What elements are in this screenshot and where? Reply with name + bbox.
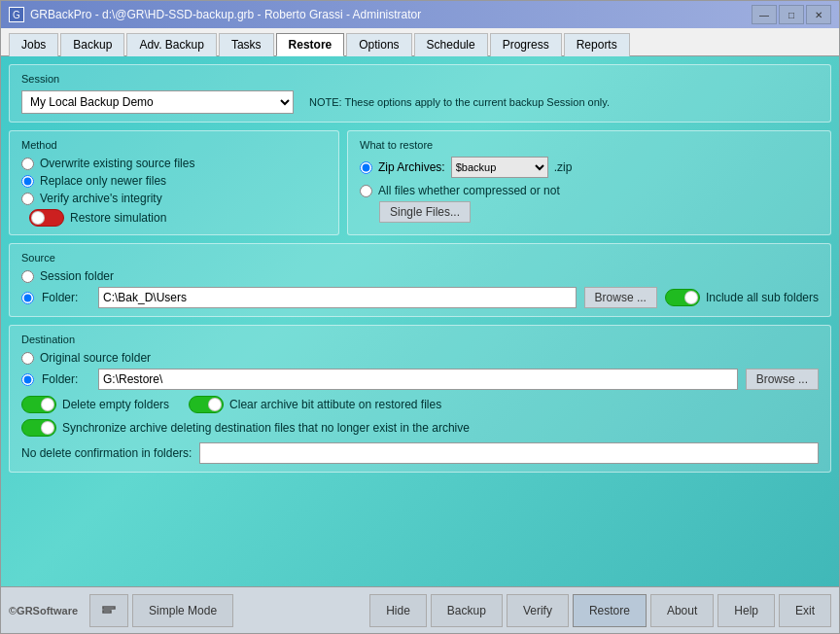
source-folder-input[interactable] — [98, 287, 577, 308]
simple-mode-icon-btn[interactable] — [89, 594, 128, 627]
session-folder-radio-row: Session folder — [21, 269, 819, 283]
session-folder-radio[interactable] — [21, 270, 34, 283]
dest-folder-row: Folder: Browse ... — [21, 369, 819, 390]
dest-folder-label: Folder: — [42, 372, 90, 386]
source-folder-row: Folder: Browse ... Include all sub folde… — [21, 287, 819, 308]
dest-folder-radio[interactable] — [21, 373, 34, 386]
verify-integrity-label: Verify archive's integrity — [40, 192, 162, 205]
svg-rect-0 — [103, 607, 115, 609]
title-controls: — □ ✕ — [752, 5, 831, 24]
sync-label: Synchronize archive deleting destination… — [62, 421, 470, 435]
original-source-radio-row: Original source folder — [21, 351, 819, 365]
tab-reports[interactable]: Reports — [564, 33, 630, 56]
replace-newer-radio[interactable] — [21, 175, 34, 188]
destination-label: Destination — [21, 334, 819, 345]
tab-backup[interactable]: Backup — [60, 33, 124, 56]
include-subfolders-label: Include all sub folders — [706, 291, 819, 304]
replace-newer-radio-row: Replace only newer files — [21, 174, 327, 188]
simple-mode-button[interactable]: Simple Mode — [132, 594, 233, 627]
zip-archives-row: Zip Archives: $backup .zip — [360, 157, 819, 178]
source-section: Source Session folder Folder: Browse ...… — [9, 243, 831, 317]
destination-section: Destination Original source folder Folde… — [9, 325, 831, 473]
svg-rect-1 — [103, 611, 111, 613]
zip-archives-radio[interactable] — [360, 161, 372, 174]
session-row: My Local Backup Demo NOTE: These options… — [21, 90, 819, 114]
dest-folder-input[interactable] — [98, 369, 738, 390]
clear-archive-toggle[interactable] — [189, 396, 224, 413]
overwrite-radio-row: Overwrite existing source files — [21, 157, 327, 170]
include-subfolders-row: Include all sub folders — [665, 289, 819, 306]
restore-button[interactable]: Restore — [573, 594, 647, 627]
all-files-radio-row: All files whether compressed or not — [360, 184, 819, 197]
session-label: Session — [21, 73, 819, 85]
overwrite-label: Overwrite existing source files — [40, 157, 194, 170]
session-folder-label: Session folder — [40, 269, 114, 283]
include-toggle-knob — [684, 291, 698, 304]
bottom-left: ©GRSoftware Simple Mode — [9, 594, 233, 627]
zip-archives-label: Zip Archives: — [378, 160, 445, 174]
single-files-button[interactable]: Single Files... — [379, 201, 471, 223]
verify-integrity-radio-row: Verify archive's integrity — [21, 192, 327, 205]
nodelete-label: No delete confirmation in folders: — [21, 446, 192, 460]
toggle-knob — [31, 211, 45, 225]
nodelete-row: No delete confirmation in folders: — [21, 442, 819, 464]
delete-empty-label: Delete empty folders — [62, 398, 169, 411]
tab-schedule[interactable]: Schedule — [414, 33, 488, 56]
method-restore-row: Method Overwrite existing source files R… — [9, 130, 831, 235]
brand-logo: ©GRSoftware — [9, 605, 78, 616]
include-subfolders-toggle[interactable] — [665, 289, 700, 306]
clear-archive-label: Clear archive bit attibute on restored f… — [229, 398, 441, 411]
nodelete-input[interactable] — [199, 442, 819, 464]
sync-row: Synchronize archive deleting destination… — [21, 419, 819, 437]
about-button[interactable]: About — [650, 594, 714, 627]
close-button[interactable]: ✕ — [806, 5, 831, 24]
dest-browse-button[interactable]: Browse ... — [746, 369, 819, 390]
main-window: G GRBackPro - d:\@GR\HD-SSD-backup.grb -… — [0, 0, 840, 634]
delete-empty-row: Delete empty folders — [21, 396, 169, 413]
sync-knob — [41, 421, 54, 435]
bottom-center: Hide Backup Verify Restore About Help Ex… — [369, 594, 831, 627]
tab-options[interactable]: Options — [346, 33, 411, 56]
restore-sim-row: Restore simulation — [29, 209, 327, 227]
restore-sim-label: Restore simulation — [70, 211, 166, 225]
overwrite-radio[interactable] — [21, 158, 34, 170]
verify-button[interactable]: Verify — [507, 594, 569, 627]
clear-archive-row: Clear archive bit attibute on restored f… — [189, 396, 441, 413]
source-label: Source — [21, 252, 819, 264]
original-source-radio[interactable] — [21, 352, 34, 365]
tab-adv-backup[interactable]: Adv. Backup — [126, 33, 216, 56]
restore-sim-toggle[interactable] — [29, 209, 64, 227]
window-title: GRBackPro - d:\@GR\HD-SSD-backup.grb - R… — [30, 8, 421, 21]
tab-progress[interactable]: Progress — [490, 33, 562, 56]
clear-archive-knob — [208, 398, 222, 411]
title-bar: G GRBackPro - d:\@GR\HD-SSD-backup.grb -… — [1, 1, 839, 28]
all-files-label: All files whether compressed or not — [378, 184, 560, 197]
verify-integrity-radio[interactable] — [21, 193, 34, 205]
sync-toggle[interactable] — [21, 419, 56, 437]
source-folder-radio[interactable] — [21, 292, 34, 304]
title-bar-left: G GRBackPro - d:\@GR\HD-SSD-backup.grb -… — [9, 7, 421, 22]
tab-tasks[interactable]: Tasks — [219, 33, 274, 56]
source-browse-button[interactable]: Browse ... — [584, 287, 657, 308]
hide-button[interactable]: Hide — [369, 594, 427, 627]
main-content: Session My Local Backup Demo NOTE: These… — [1, 56, 839, 586]
delete-empty-toggle[interactable] — [21, 396, 56, 413]
method-section: Method Overwrite existing source files R… — [9, 130, 339, 235]
minimize-button[interactable]: — — [752, 5, 777, 24]
session-note: NOTE: These options apply to the current… — [309, 96, 610, 108]
tab-jobs[interactable]: Jobs — [9, 33, 58, 56]
replace-newer-label: Replace only newer files — [40, 174, 166, 188]
backup-button[interactable]: Backup — [431, 594, 503, 627]
all-files-radio[interactable] — [360, 185, 372, 197]
exit-button[interactable]: Exit — [779, 594, 831, 627]
maximize-button[interactable]: □ — [779, 5, 804, 24]
zip-archives-select[interactable]: $backup — [451, 157, 548, 178]
session-select[interactable]: My Local Backup Demo — [21, 90, 294, 114]
zip-ext-label: .zip — [554, 160, 573, 174]
what-to-restore-label: What to restore — [360, 139, 819, 151]
session-section: Session My Local Backup Demo NOTE: These… — [9, 64, 831, 123]
tab-restore[interactable]: Restore — [276, 33, 345, 56]
source-folder-label: Folder: — [42, 291, 90, 304]
app-icon: G — [9, 7, 24, 22]
help-button[interactable]: Help — [718, 594, 775, 627]
